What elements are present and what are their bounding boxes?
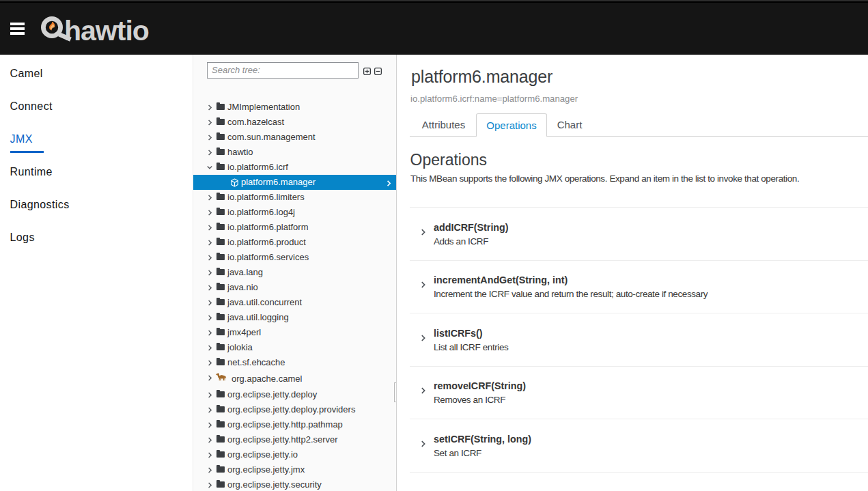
svg-text:hawtio: hawtio	[64, 15, 149, 46]
